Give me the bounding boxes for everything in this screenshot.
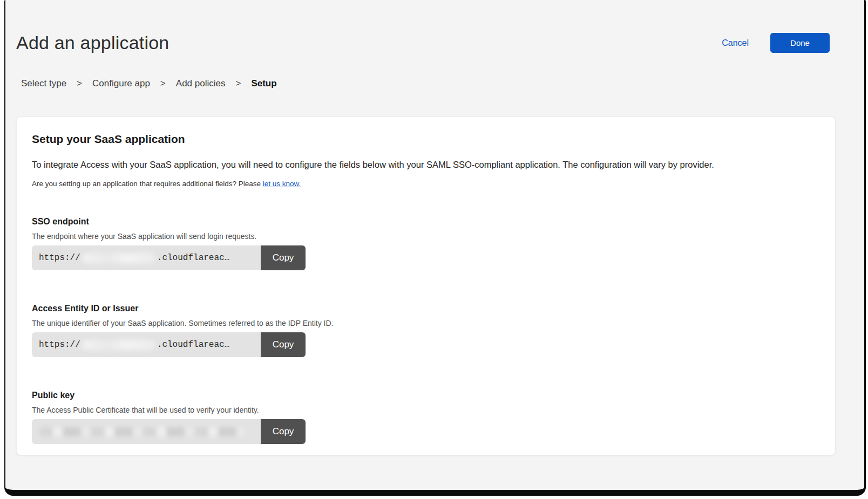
entity-id-copy-button[interactable]: Copy — [261, 332, 306, 357]
entity-id-label: Access Entity ID or Issuer — [32, 304, 820, 313]
public-key-description: The Access Public Certificate that will … — [32, 406, 820, 414]
value-prefix: https:// — [39, 253, 80, 263]
setup-saas-card: Setup your SaaS application To integrate… — [16, 117, 836, 455]
breadcrumb-step-add-policies[interactable]: Add policies — [176, 78, 226, 89]
card-title: Setup your SaaS application — [32, 133, 820, 146]
breadcrumb-step-setup: Setup — [251, 78, 276, 89]
breadcrumb-separator: > — [77, 78, 82, 89]
page-header: Add an application Cancel Done — [16, 32, 830, 53]
sso-endpoint-description: The endpoint where your SaaS application… — [32, 232, 820, 241]
redacted-value-blur — [39, 427, 245, 436]
card-note: Are you setting up an application that r… — [32, 180, 820, 188]
breadcrumb-separator: > — [160, 78, 166, 89]
breadcrumb: Select type > Configure app > Add polici… — [16, 78, 830, 89]
public-key-value — [32, 419, 261, 444]
entity-id-value: https:// .cloudflareac… — [32, 332, 261, 357]
let-us-know-link[interactable]: let us know. — [263, 180, 301, 188]
field-section-sso-endpoint: SSO endpoint The endpoint where your Saa… — [32, 217, 820, 270]
sso-endpoint-copy-button[interactable]: Copy — [261, 245, 306, 270]
breadcrumb-step-select-type[interactable]: Select type — [21, 78, 66, 89]
header-actions: Cancel Done — [722, 33, 830, 53]
breadcrumb-separator: > — [235, 78, 241, 89]
add-application-page: Add an application Cancel Done Select ty… — [5, 32, 864, 455]
public-key-copy-button[interactable]: Copy — [261, 419, 306, 444]
cancel-button[interactable]: Cancel — [722, 38, 749, 48]
entity-id-description: The unique identifier of your SaaS appli… — [32, 319, 820, 327]
value-prefix: https:// — [39, 340, 80, 350]
field-section-public-key: Public key The Access Public Certificate… — [32, 391, 820, 444]
sso-endpoint-label: SSO endpoint — [32, 217, 820, 227]
sso-endpoint-value: https:// .cloudflareac… — [32, 245, 261, 270]
page-title: Add an application — [16, 32, 169, 53]
done-button[interactable]: Done — [770, 33, 830, 53]
app-window: Add an application Cancel Done Select ty… — [4, 0, 866, 496]
card-note-text: Are you setting up an application that r… — [32, 180, 263, 188]
breadcrumb-step-configure-app[interactable]: Configure app — [92, 78, 150, 89]
card-intro: To integrate Access with your SaaS appli… — [32, 158, 820, 171]
entity-id-value-row: https:// .cloudflareac… Copy — [32, 332, 306, 357]
public-key-label: Public key — [32, 391, 820, 400]
field-section-entity-id: Access Entity ID or Issuer The unique id… — [32, 304, 820, 357]
value-suffix: .cloudflareac… — [157, 340, 229, 350]
public-key-value-row: Copy — [32, 419, 306, 444]
sso-endpoint-value-row: https:// .cloudflareac… Copy — [32, 245, 306, 270]
redacted-value-blur — [82, 253, 155, 263]
redacted-value-blur — [82, 340, 155, 350]
value-suffix: .cloudflareac… — [157, 253, 229, 263]
